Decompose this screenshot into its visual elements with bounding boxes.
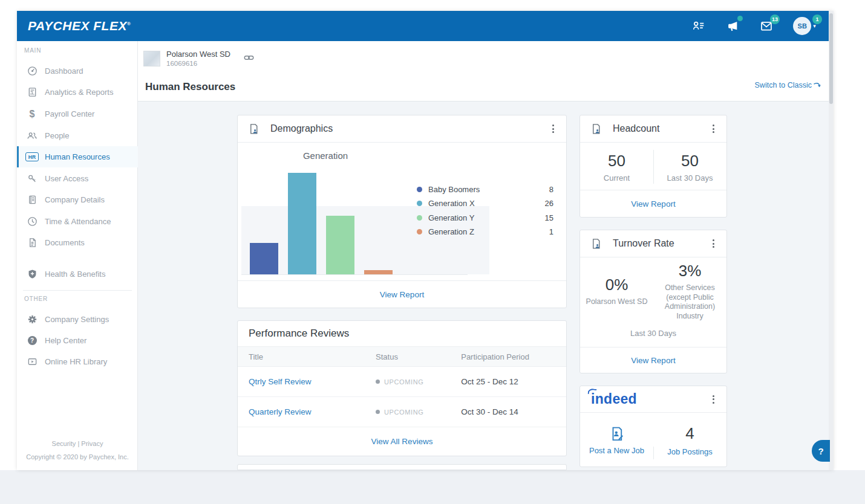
legend-dot [417, 187, 422, 192]
generation-bar-chart [250, 172, 401, 274]
sidebar-section-main: MAIN [24, 47, 41, 54]
sidebar-item-label: Company Details [45, 195, 105, 204]
legend-label: Generation X [428, 199, 545, 208]
bar-baby-boomers[interactable] [250, 243, 278, 274]
vertical-scrollbar[interactable] [829, 11, 834, 470]
question-circle-icon: ? [25, 336, 39, 345]
stat-last-30-days: 50Last 30 Days [653, 143, 726, 191]
link-icon[interactable] [244, 53, 254, 64]
post-new-job-link[interactable]: Post a New Job [589, 446, 644, 455]
reviews-table-header: Title Status Participation Period [238, 346, 566, 367]
sidebar-item-health-benefits[interactable]: Health & Benefits [17, 263, 138, 285]
sidebar-divider [23, 290, 132, 291]
sidebar-item-people[interactable]: People [17, 125, 138, 146]
sidebar: MAIN Dashboard Analytics & Reports $ Pay… [17, 41, 138, 470]
document-icon [25, 237, 39, 248]
report-person-icon [590, 123, 602, 135]
gauge-icon [25, 66, 39, 76]
stat-company: 0%Polarson West SD [580, 262, 653, 321]
stat-label: Polarson West SD [583, 297, 651, 307]
review-title-link[interactable]: Quarterly Review [238, 407, 376, 416]
chart-legend: Baby Boomers8 Generation X26 Generation … [417, 184, 553, 241]
screen: PAYCHEX FLEX® 13 SB ▾ 1 [0, 0, 865, 504]
job-postings[interactable]: 4 Job Postings [653, 413, 726, 468]
profile-menu[interactable]: SB ▾ 1 [791, 17, 818, 35]
switch-to-classic-link[interactable]: Switch to Classic [755, 81, 821, 89]
kebab-menu-icon[interactable] [708, 123, 718, 135]
stat-label: Other Services (except Public Administra… [653, 283, 726, 321]
view-report-link[interactable]: View Report [631, 199, 675, 208]
indeed-logo: indeed [591, 391, 637, 407]
indeed-logo-arc [587, 388, 596, 395]
scrollbar-thumb[interactable] [829, 13, 833, 104]
job-postings-link[interactable]: Job Postings [667, 447, 712, 456]
view-report-link[interactable]: View Report [631, 356, 675, 365]
sidebar-item-label: Payroll Center [45, 109, 94, 118]
security-privacy-links[interactable]: Security | Privacy [17, 440, 138, 447]
demographics-card: Demographics Generation Baby Boomers8 Ge… [237, 115, 567, 308]
key-icon [25, 173, 39, 184]
sidebar-item-analytics-reports[interactable]: Analytics & Reports [17, 82, 138, 103]
sidebar-item-dashboard[interactable]: Dashboard [17, 60, 138, 82]
sidebar-item-label: Help Center [45, 336, 86, 345]
sidebar-item-label: User Access [45, 174, 88, 183]
main-content: Polarson West SD 16069616 Human Resource… [138, 41, 829, 470]
sidebar-item-human-resources[interactable]: HR Human Resources [17, 146, 138, 167]
legend-item: Generation X26 [417, 198, 553, 209]
sidebar-item-documents[interactable]: Documents [17, 232, 138, 253]
directory-icon[interactable] [690, 17, 708, 35]
demographics-footer: View Report [238, 280, 566, 308]
column-title: Title [238, 352, 376, 361]
sidebar-item-payroll-center[interactable]: $ Payroll Center [17, 103, 138, 124]
paychex-flex-logo[interactable]: PAYCHEX FLEX® [28, 19, 131, 33]
shield-icon [25, 269, 39, 279]
bar-generation-y[interactable] [326, 216, 354, 274]
kebab-menu-icon[interactable] [548, 123, 558, 135]
next-card-partial [237, 464, 567, 470]
demographics-card-header: Demographics [238, 115, 566, 143]
legend-value: 8 [549, 185, 553, 194]
legend-value: 26 [545, 199, 553, 208]
stat-value: 50 [608, 152, 625, 170]
bar-generation-z[interactable] [364, 270, 393, 274]
sidebar-item-help-center[interactable]: ? Help Center [17, 330, 138, 351]
bar-generation-x[interactable] [288, 173, 316, 274]
help-button[interactable]: ? [812, 440, 830, 462]
post-new-job[interactable]: Post a New Job [580, 413, 653, 468]
sidebar-item-online-hr-library[interactable]: Online HR Library [17, 351, 138, 372]
inbox-icon[interactable]: 13 [757, 17, 775, 35]
sidebar-item-user-access[interactable]: User Access [17, 168, 138, 189]
turnover-period: Last 30 Days [580, 329, 726, 338]
stat-value: 3% [679, 262, 702, 280]
sidebar-item-time-attendance[interactable]: Time & Attendance [17, 211, 138, 232]
legend-label: Baby Boomers [428, 185, 549, 194]
view-all-reviews-link[interactable]: View All Reviews [371, 437, 433, 446]
kebab-menu-icon[interactable] [708, 393, 718, 405]
clock-icon [25, 216, 39, 227]
sidebar-item-label: Online HR Library [45, 357, 107, 366]
legend-value: 1 [549, 227, 553, 236]
stat-divider [653, 447, 654, 459]
report-person-icon [248, 123, 260, 135]
demographics-title: Demographics [270, 123, 333, 134]
indeed-logo-text: indeed [591, 391, 637, 407]
avatar: SB [793, 17, 811, 35]
indeed-stats: Post a New Job 4 Job Postings [580, 413, 726, 468]
reviews-footer: View All Reviews [238, 427, 566, 456]
announcements-icon[interactable] [723, 17, 742, 35]
stat-industry: 3%Other Services (except Public Administ… [653, 262, 726, 321]
turnover-card-header: Turnover Rate [580, 230, 726, 257]
view-report-link[interactable]: View Report [380, 290, 424, 299]
kebab-menu-icon[interactable] [708, 237, 718, 250]
sidebar-item-company-details[interactable]: Company Details [17, 189, 138, 210]
sidebar-item-label: Company Settings [45, 315, 109, 324]
ledger-icon [25, 195, 39, 205]
gear-icon [25, 314, 39, 325]
turnover-stats: 0%Polarson West SD 3%Other Services (exc… [580, 262, 726, 321]
sidebar-item-company-settings[interactable]: Company Settings [17, 309, 138, 330]
status-text: UPCOMING [384, 409, 423, 416]
review-title-link[interactable]: Qtrly Self Review [238, 377, 376, 386]
legend-dot [417, 229, 422, 234]
page-title: Human Resources [145, 81, 235, 93]
legend-item: Baby Boomers8 [417, 184, 553, 195]
